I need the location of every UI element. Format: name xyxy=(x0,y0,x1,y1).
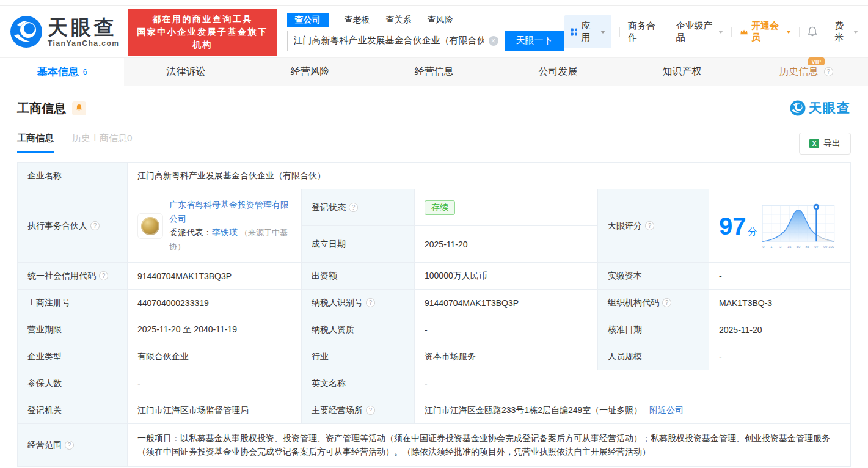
partner-company-link[interactable]: 广东省粤科母基金投资管理有限公司 xyxy=(169,200,289,223)
help-icon[interactable]: ? xyxy=(65,441,74,450)
bell-icon xyxy=(75,104,83,112)
search-tab-relation[interactable]: 查关系 xyxy=(386,15,412,26)
divider xyxy=(619,27,620,37)
scope-label: 经营范围? xyxy=(18,424,128,467)
search-tab-risk[interactable]: 查风险 xyxy=(428,15,453,26)
status-label: 登记状态? xyxy=(302,189,415,226)
help-icon[interactable]: ? xyxy=(99,271,108,280)
chevron-down-icon xyxy=(853,31,858,34)
authority-value: 江门市江海区市场监督管理局 xyxy=(128,397,302,424)
tab-business-info[interactable]: 经营信息 xyxy=(372,58,496,86)
divider xyxy=(799,27,800,37)
score-value: 97 xyxy=(719,213,746,239)
nearby-companies-link[interactable]: 附近公司 xyxy=(649,405,684,415)
credit-code-label: 统一社会信用代码? xyxy=(18,263,128,290)
tab-basic-info[interactable]: 基本信息 6 xyxy=(0,58,124,86)
approve-date-label: 核准日期 xyxy=(598,316,709,343)
capital-value: 100000万人民币 xyxy=(415,263,598,290)
table-row: 统一社会信用代码? 91440704MAK1T3BQ3P 出资额 100000万… xyxy=(18,263,851,290)
search-input[interactable] xyxy=(287,31,505,51)
top-strip xyxy=(0,0,868,6)
company-type-label: 企业类型 xyxy=(18,343,128,370)
notification-bell[interactable] xyxy=(807,26,818,38)
search-block: 查公司 查老板 查关系 查风险 × 天眼一下 xyxy=(287,13,564,51)
business-info-table: 企业名称 江门高新粤科产业发展基金合伙企业（有限合伙） 执行事务合伙人? 广东省… xyxy=(17,162,851,467)
status-value-cell: 存续 xyxy=(415,189,598,226)
tab-company-development[interactable]: 公司发展 xyxy=(496,58,620,86)
tianyancha-logo-icon xyxy=(790,100,806,116)
reg-no-value: 440704000233319 xyxy=(128,290,302,316)
export-button[interactable]: X 导出 xyxy=(799,133,851,155)
header: 天眼查 TianYanCha.com 都在用的商业查询工具 国家中小企业发展子基… xyxy=(0,6,868,57)
rep-label: 委派代表： xyxy=(169,227,212,237)
help-icon[interactable]: ? xyxy=(90,221,100,230)
watermark-logo: 天眼查 xyxy=(790,100,851,117)
divider xyxy=(826,27,826,37)
search-button[interactable]: 天眼一下 xyxy=(505,31,564,51)
tab-legal[interactable]: 法律诉讼 xyxy=(124,58,248,86)
tab-intellectual-property[interactable]: 知识产权 xyxy=(620,58,744,86)
menu-enterprise[interactable]: 企业级产品 xyxy=(676,20,724,43)
svg-text:97: 97 xyxy=(814,244,818,248)
taxpayer-quality-value: - xyxy=(415,316,598,343)
company-logo-icon xyxy=(141,217,159,235)
help-icon[interactable]: ? xyxy=(662,298,671,307)
reg-no-label: 工商注册号 xyxy=(18,290,128,316)
term-value: 2025-11-20 至 2040-11-19 xyxy=(128,316,302,343)
taxpayer-id-label: 纳税人识别号? xyxy=(302,290,415,316)
table-row: 登记机关 江门市江海区市场监督管理局 主要经营场所? 江门市江海区金瓯路233号… xyxy=(18,397,851,424)
staff-size-label: 人员规模 xyxy=(598,343,709,370)
apps-menu[interactable]: 应用 xyxy=(564,15,612,48)
org-code-label: 组织机构代码? xyxy=(598,290,709,316)
company-name-value: 江门高新粤科产业发展基金合伙企业（有限合伙） xyxy=(128,163,851,189)
apps-label: 应用 xyxy=(581,20,596,43)
brand-logo[interactable]: 天眼查 TianYanCha.com xyxy=(10,15,119,48)
paid-capital-value: - xyxy=(709,263,851,290)
user-menu[interactable]: 费米 xyxy=(834,20,858,43)
svg-text:99: 99 xyxy=(823,244,827,248)
capital-label: 出资额 xyxy=(302,263,415,290)
subtab-history-business-info[interactable]: 历史工商信息0 xyxy=(72,133,132,153)
address-label: 主要经营场所? xyxy=(302,397,415,424)
help-icon[interactable]: ? xyxy=(366,298,375,307)
table-row: 参保人数 - 英文名称 - xyxy=(18,370,851,397)
term-label: 营业期限 xyxy=(18,316,128,343)
subscribe-bell[interactable] xyxy=(72,101,86,115)
apps-grid-icon xyxy=(571,27,578,37)
chevron-down-icon xyxy=(600,31,605,34)
help-icon[interactable]: ? xyxy=(824,67,833,76)
vip-badge: VIP xyxy=(808,57,824,65)
subtab-business-info[interactable]: 工商信息 xyxy=(17,133,54,153)
svg-text:15: 15 xyxy=(787,244,791,248)
insured-value: - xyxy=(128,370,302,397)
score-unit: 分 xyxy=(748,226,757,236)
chevron-down-icon xyxy=(786,31,791,34)
tab-operating-risk[interactable]: 经营风险 xyxy=(248,58,372,86)
tab-history-info[interactable]: VIP 历史信息 ? xyxy=(744,58,868,86)
enterprise-label: 企业级产品 xyxy=(676,20,715,43)
search-tab-boss[interactable]: 查老板 xyxy=(345,15,370,26)
company-type-value: 有限合伙企业 xyxy=(128,343,302,370)
taxpayer-quality-label: 纳税人资质 xyxy=(302,316,415,343)
rep-name-link[interactable]: 李铁瑛 xyxy=(212,227,238,237)
table-row: 工商注册号 440704000233319 纳税人识别号? 91440704MA… xyxy=(18,290,851,316)
menu-open-vip[interactable]: 开通会员 xyxy=(740,20,791,43)
founded-label: 成立日期 xyxy=(302,226,415,263)
table-row: 营业期限 2025-11-20 至 2040-11-19 纳税人资质 - 核准日… xyxy=(18,316,851,343)
clear-search-icon[interactable]: × xyxy=(489,36,498,46)
slogan-banner: 都在用的商业查询工具 国家中小企业发展子基金旗下机构 xyxy=(128,9,277,56)
company-name-label: 企业名称 xyxy=(18,163,128,189)
partner-company-avatar[interactable] xyxy=(137,213,163,239)
section-title: 工商信息 xyxy=(17,100,66,117)
search-tab-company[interactable]: 查公司 xyxy=(287,13,329,27)
divider xyxy=(668,27,668,37)
svg-text:1: 1 xyxy=(770,244,772,248)
help-icon[interactable]: ? xyxy=(349,203,358,212)
partner-cell: 广东省粤科母基金投资管理有限公司 委派代表：李铁瑛 （来源于中基协） xyxy=(128,189,302,263)
score-label: 天眼评分? xyxy=(598,189,709,263)
founded-value: 2025-11-20 xyxy=(415,226,598,263)
help-icon[interactable]: ? xyxy=(645,221,654,230)
menu-cooperation[interactable]: 商务合作 xyxy=(628,20,660,43)
svg-text:85: 85 xyxy=(805,244,809,248)
help-icon[interactable]: ? xyxy=(366,406,375,415)
